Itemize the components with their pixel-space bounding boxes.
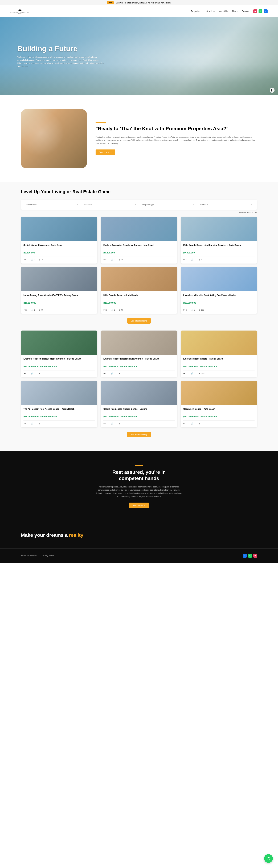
meta-bed: 🛏3 [183, 309, 187, 311]
accent-line [135, 465, 143, 466]
see-all-rentals-button[interactable]: See all rental listing [127, 432, 151, 437]
meta-bed: 🛏1 [103, 372, 107, 375]
meta-bed: 🛏2 [24, 309, 27, 311]
filter-location[interactable]: Location [82, 202, 138, 207]
bath-icon: 🛁 [191, 258, 193, 261]
footer-terms[interactable]: Terms & Conditions [21, 555, 37, 557]
property-card[interactable]: Iconic Patong Tower Condo SEA VIEW – Pat… [21, 267, 97, 314]
property-card[interactable]: Emerald Terrace Resort – Patong Beach ฿1… [181, 331, 257, 377]
bed-icon: 🛏 [103, 309, 106, 311]
bath-icon: 🛁 [191, 422, 193, 425]
facebook-icon[interactable]: f [264, 9, 268, 13]
assured-section: Rest assured, you're incompetent hands A… [0, 451, 278, 522]
meta-area: ⊞250 [199, 309, 204, 311]
sort-value[interactable]: High to Low [247, 212, 257, 213]
property-title: Oceanview Condo – Kata Beach [183, 408, 254, 413]
bath-icon: 🛁 [31, 258, 33, 261]
area-icon: ⊞ [199, 422, 200, 425]
nav-news[interactable]: News [232, 10, 238, 12]
nav-properties[interactable]: Properties [191, 10, 200, 12]
property-meta: 🛏1 🛁1 ⊞ [183, 421, 254, 425]
meta-bath: 🛁2 [31, 309, 35, 311]
footer-privacy[interactable]: Privacy Policy [42, 555, 54, 557]
area-icon: ⊞ [199, 372, 200, 375]
listings-title: Level Up Your Living or Real Estate Game [21, 189, 257, 194]
property-card[interactable]: The Ark Modern Pool Access Condo – Karon… [21, 381, 97, 427]
nav-contact[interactable]: Contact [242, 10, 249, 12]
property-card[interactable]: Emerald Terrace Resort Seaview Condo – P… [101, 331, 177, 377]
property-image [181, 267, 257, 291]
property-card[interactable]: Mida Grande Resort – Surin Beach ฿10.200… [101, 267, 177, 314]
header: ⛰ PREMIUM PROPERTIES ASIA Properties Lis… [0, 5, 278, 17]
hero-desc: Welcome to Premium Properties Asia, wher… [18, 56, 104, 68]
property-image [181, 331, 257, 355]
intro-section: "Ready to 'Thai' the Knot with Premium P… [0, 95, 278, 182]
property-meta: 🛏1 🛁1 ⊞ [24, 370, 95, 375]
nav-list[interactable]: List with us [205, 10, 215, 12]
meta-area: ⊞38 [39, 258, 43, 261]
property-price: ฿4.500.000 [103, 251, 175, 254]
bath-icon: 🛁 [31, 422, 33, 425]
instagram-icon[interactable]: ◉ [253, 554, 257, 558]
sort-row: Sort Price: High to Low [21, 212, 257, 213]
property-price: ฿15.000/month Annual contract [183, 365, 254, 368]
property-price: ฿25.000.000 [183, 302, 254, 304]
meta-bath: 🛁1 [31, 422, 35, 425]
search-now-button[interactable]: Search Now → [95, 150, 115, 155]
property-image [101, 381, 177, 405]
meta-area: ⊞ [39, 372, 40, 375]
meta-bath: 🛁1 [111, 258, 115, 261]
see-all-sales-button[interactable]: See all sales listing [127, 318, 151, 323]
area-icon: ⊞ [119, 309, 120, 311]
dreams-section: Make your dreams a reality [0, 522, 278, 549]
property-card[interactable]: Cassia Residences Modern Condo – Laguna … [101, 381, 177, 427]
meta-area: ⊞ [199, 422, 200, 425]
instagram-icon[interactable]: ◉ [253, 9, 257, 13]
meta-bath: 🛁1 [111, 372, 115, 375]
property-card[interactable]: Emerald Terrace Spacious Modern Condo – … [21, 331, 97, 377]
assured-search-button[interactable]: Search Now → [129, 503, 149, 508]
meta-area: ⊞68 [119, 309, 123, 311]
listings-section: Level Up Your Living or Real Estate Game… [0, 182, 278, 451]
bed-icon: 🛏 [183, 258, 186, 261]
bath-icon: 🛁 [111, 372, 113, 375]
meta-bed: 🛏1 [24, 372, 27, 375]
property-image [21, 267, 97, 291]
meta-bath: 🛁1 [191, 422, 195, 425]
property-card[interactable]: Oceanview Condo – Kata Beach ฿30.000/mon… [181, 381, 257, 427]
meta-area: ⊞ [119, 422, 120, 425]
whatsapp-icon[interactable]: ✆ [248, 554, 252, 558]
property-card[interactable]: Stylish Living 6th Avenue – Surin Beach … [21, 217, 97, 264]
bed-icon: 🛏 [24, 309, 26, 311]
property-meta: 🛏1 🛁1 ⊞38 [24, 256, 95, 261]
facebook-icon[interactable]: f [243, 554, 247, 558]
meta-bath: 🛁1 [191, 258, 195, 261]
filter-type[interactable]: Property Type [140, 202, 196, 207]
filter-bedroom[interactable]: Bedroom [198, 202, 254, 207]
pause-button[interactable]: ❚❚ [270, 88, 275, 93]
assured-title: Rest assured, you're incompetent hands [3, 469, 275, 482]
property-card[interactable]: Modern Oceanview Residence Condo – Kata … [101, 217, 177, 264]
meta-area: ⊞88 [39, 309, 43, 311]
property-title: Mida Grande Resort – Surin Beach [103, 294, 175, 300]
announcement-banner: New Discover our latest property listing… [0, 0, 278, 5]
meta-bath: 🛁1 [111, 422, 115, 425]
meta-bed: 🛏1 [24, 258, 27, 261]
banner-text: Discover our latest property listings. F… [115, 2, 171, 4]
area-icon: ⊞ [39, 372, 40, 375]
logo[interactable]: ⛰ PREMIUM PROPERTIES ASIA [10, 8, 29, 14]
bed-icon: 🛏 [183, 422, 186, 425]
bath-icon: 🛁 [111, 422, 113, 425]
nav-about[interactable]: About Us [219, 10, 228, 12]
meta-bed: 🛏1 [183, 422, 187, 425]
property-price: ฿35.000/month Annual contract [24, 415, 95, 418]
filter-buyrent[interactable]: Buy or Rent [24, 202, 80, 207]
property-card[interactable]: Luxurious Villa with Breathtaking Sea Vi… [181, 267, 257, 314]
bed-icon: 🛏 [183, 309, 186, 311]
property-card[interactable]: Mida Grande Resort with Stunning Seaview… [181, 217, 257, 264]
footer-links: Terms & Conditions Privacy Policy [21, 555, 54, 557]
meta-bed: 🛏2 [103, 309, 107, 311]
whatsapp-icon[interactable]: ✆ [258, 9, 262, 13]
property-meta: 🛏1 🛁1 ⊞49 [103, 256, 175, 261]
bath-icon: 🛁 [191, 372, 193, 375]
